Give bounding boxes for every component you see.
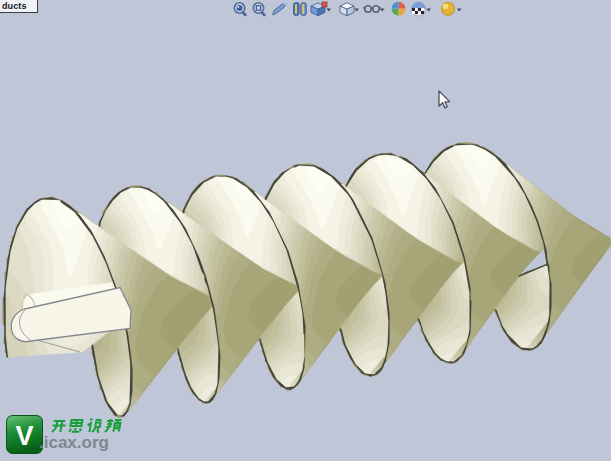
svg-text:V: V	[15, 421, 33, 451]
